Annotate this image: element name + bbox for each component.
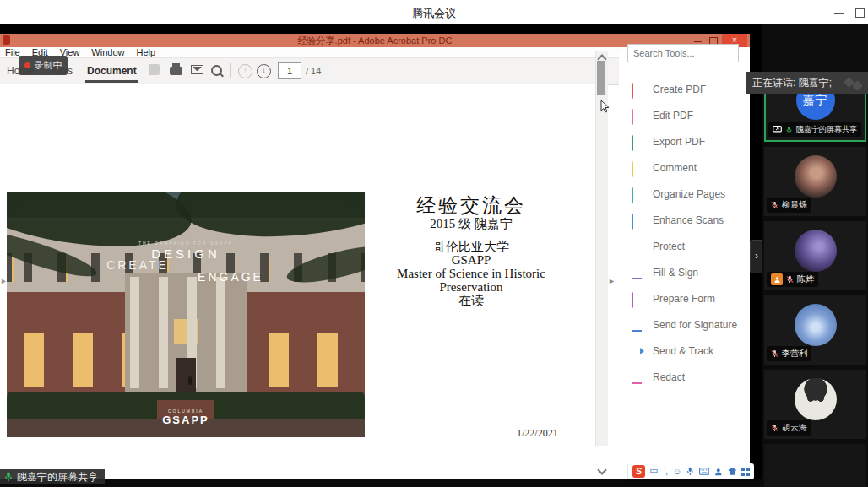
tool-edit-pdf[interactable]: Edit PDF [632,102,750,128]
maximize-icon[interactable] [855,8,865,18]
participant-name: 柳晨烁 [782,199,807,211]
participant-tile[interactable]: 李营利 [764,295,866,365]
participant-name: 陈烨 [797,273,814,285]
tool-fill-sign[interactable]: Fill & Sign [632,259,750,285]
page-number-input[interactable]: 1 [278,62,301,79]
participant-name: 李营利 [782,348,807,360]
pdf-body-text: 哥伦比亚大学 GSAPP Master of Science in Histor… [344,240,598,307]
participant-tile-empty [764,444,866,487]
tool-label: Edit PDF [653,110,693,122]
tool-label: Send for Signature [653,319,737,331]
participant-name-label: 陈烨 [767,272,818,287]
save-icon[interactable] [149,64,160,75]
send-signature-icon [632,319,643,331]
avatar [795,230,837,272]
tool-export-pdf[interactable]: Export PDF [632,128,750,154]
previous-page-icon[interactable]: ↑ [238,64,252,78]
fill-sign-pen-icon [632,267,643,279]
menu-file[interactable]: File [5,47,20,57]
mic-muted-icon [771,201,778,209]
panel-expand-icon[interactable]: ► [608,277,616,285]
tool-label: Export PDF [653,136,705,148]
tool-prepare-form[interactable]: Prepare Form [632,285,750,311]
photo-campaign-text: THE CAMPAIGN FOR GSAPP [83,241,289,246]
create-pdf-icon [632,84,643,95]
toolbox-grid-icon[interactable] [741,468,750,476]
minimize-icon[interactable] [834,13,844,14]
menu-help[interactable]: Help [136,47,155,57]
voice-input-icon[interactable] [686,467,694,476]
pdf-line: GSAPP [344,253,598,267]
tool-redact[interactable]: Redact [632,364,750,390]
print-icon[interactable] [170,67,182,75]
scrollbar-thumb[interactable] [597,61,605,95]
left-panel-expand-icon[interactable]: ► [0,277,8,285]
email-icon[interactable] [191,65,203,74]
avatar [795,378,837,420]
participant-tile[interactable]: 胡云海 [764,370,866,439]
menu-window[interactable]: Window [91,47,124,57]
recording-dot-icon [24,62,30,68]
tool-label: Enhance Scans [653,214,724,226]
photo-decor [176,358,196,392]
participant-tile[interactable]: 陈烨 [764,221,866,290]
tools-list: Create PDF Edit PDF Export PDF Comment O… [632,76,750,390]
photo-word-create: CREATE [91,258,184,272]
punctuation-icon[interactable]: ’, [664,467,668,476]
participant-name: 胡云海 [782,422,807,434]
tab-document[interactable]: Document [87,65,137,77]
pdf-line: Master of Science in Historic [344,267,598,280]
organize-pages-icon [632,188,643,200]
emoji-icon[interactable]: ☺ [673,467,681,476]
prepare-form-icon [632,293,643,305]
search-icon[interactable] [211,65,222,76]
screen: 腾讯会议 经验分享.pdf - Adobe Acrobat Pro DC × F… [0,0,868,487]
participant-tile[interactable]: 柳晨烁 [764,147,866,216]
tool-enhance-scans[interactable]: Enhance Scans [632,207,750,233]
tool-comment[interactable]: Comment [632,154,750,181]
sogou-logo-icon[interactable]: S [632,465,645,478]
acrobat-minimize-icon[interactable] [694,41,702,42]
photo-word-engage: ENGAGE [176,270,285,284]
skin-shirt-icon[interactable] [728,468,737,476]
mouse-cursor [600,100,610,113]
tool-create-pdf[interactable]: Create PDF [632,76,750,102]
tool-label: Create PDF [653,84,706,95]
mic-muted-icon [771,424,778,432]
tool-label: Comment [653,162,697,174]
keyboard-icon[interactable] [699,468,709,475]
tool-label: Send & Track [653,345,713,357]
photo-brand-gsapp: GSAPP [133,414,238,426]
panel-collapse-tab[interactable]: › [750,240,762,273]
active-tab-underline [85,80,138,83]
tool-send-track[interactable]: Send & Track [632,338,750,364]
bottom-letterbox [0,479,762,487]
search-tools-input[interactable] [627,44,739,62]
gsapp-photo: THE CAMPAIGN FOR GSAPP DESIGN CREATE ENG… [7,192,365,437]
mic-on-icon [4,472,13,482]
profile-icon[interactable] [714,468,723,476]
tool-protect[interactable]: Protect [632,233,750,259]
tool-organize-pages[interactable]: Organize Pages [632,181,750,207]
recording-badge: 录制中 [19,56,68,75]
chinese-mode-icon[interactable]: 中 [650,466,659,478]
tool-label: Redact [653,371,685,383]
pdf-subheading: 2015 级 隗嘉宁 [370,216,572,232]
pdf-heading: 经验交流会 [370,192,572,219]
avatar [795,155,837,198]
tool-send-for-signature[interactable]: Send for Signature [632,311,750,338]
mic-muted-icon [771,349,778,358]
next-page-icon[interactable]: ↓ [257,64,271,78]
avatar [795,304,837,346]
pdf-line: 哥伦比亚大学 [344,240,598,253]
mic-muted-icon [786,275,794,284]
mic-on-icon [785,126,793,134]
screen-share-icon [773,126,782,133]
tool-label: Prepare Form [653,293,715,305]
send-track-arrow-icon [632,345,643,357]
pdf-date: 1/22/2021 [517,427,558,440]
photo-decor [188,376,192,385]
pdf-line: 在读 [344,294,598,307]
export-pdf-icon [632,136,643,148]
participant-name-label: 隗嘉宁的屏幕共享 [768,122,861,137]
